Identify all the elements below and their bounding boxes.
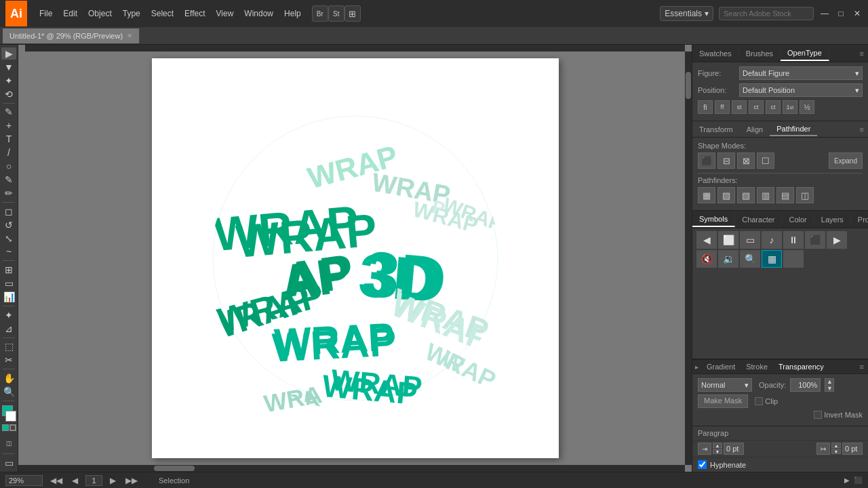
change-screen-mode[interactable]: ▭ — [1, 457, 16, 469]
shape-mode-minus[interactable]: ⊟ — [717, 152, 735, 169]
menu-select[interactable]: Select — [146, 6, 179, 21]
expand-button[interactable]: Expand — [829, 152, 863, 169]
next-page-button[interactable]: ▶▶ — [123, 476, 140, 485]
rectangle-tool[interactable]: ▭ — [1, 277, 16, 289]
scale-tool[interactable]: ⤡ — [1, 232, 16, 245]
menu-file[interactable]: File — [34, 6, 58, 21]
pf-crop[interactable]: ▥ — [757, 187, 774, 203]
iso-up-2[interactable]: ▲ — [831, 443, 841, 448]
artboard-tool[interactable]: ⬚ — [1, 341, 16, 353]
close-button[interactable]: ✕ — [852, 8, 863, 19]
iso-down-1[interactable]: ▼ — [713, 449, 722, 454]
hyphenate-checkbox[interactable] — [698, 460, 707, 469]
hand-tool[interactable]: ✋ — [1, 372, 16, 384]
opacity-increment[interactable]: ▲▼ — [825, 378, 834, 392]
tab-properties[interactable]: Properties — [851, 213, 868, 226]
glyph-st[interactable]: st — [732, 100, 747, 114]
stop-btn[interactable]: ⬛ — [853, 476, 863, 485]
transparency-menu-icon[interactable]: ≡ — [856, 363, 868, 371]
glyph-1st[interactable]: 1st — [783, 100, 797, 114]
eraser-tool[interactable]: ◻ — [1, 205, 16, 218]
tab-character[interactable]: Character — [735, 213, 782, 226]
pen-tool[interactable]: ✎ — [1, 106, 16, 119]
glyph-half[interactable]: ½ — [800, 100, 814, 114]
next-button[interactable]: ▶ — [108, 476, 118, 485]
stroke-indicator[interactable] — [9, 424, 16, 431]
menu-help[interactable]: Help — [279, 6, 307, 21]
iso-btn-2[interactable]: ↦ — [816, 443, 830, 455]
page-input[interactable] — [85, 475, 102, 486]
selection-tool[interactable]: ▶ — [1, 47, 16, 60]
symbol-stop[interactable]: ⬛ — [805, 231, 825, 249]
menu-edit[interactable]: Edit — [58, 6, 83, 21]
iso-input-1[interactable] — [724, 443, 744, 455]
paintbrush-tool[interactable]: ✎ — [1, 174, 16, 186]
symbol-search[interactable]: 🔍 — [740, 250, 760, 268]
symbol-vol-down[interactable]: 🔉 — [718, 250, 738, 268]
tab-align[interactable]: Align — [740, 123, 770, 136]
shape-mode-unite[interactable]: ⬛ — [698, 152, 715, 169]
make-mask-button[interactable]: Make Mask — [698, 394, 748, 408]
type-tool[interactable]: T — [1, 133, 16, 145]
menu-effect[interactable]: Effect — [179, 6, 210, 21]
position-dropdown[interactable]: Default Position ▾ — [739, 83, 863, 97]
glyph-ff[interactable]: ff — [715, 100, 730, 114]
tab-transform[interactable]: Transform — [692, 123, 740, 136]
menu-view[interactable]: View — [211, 6, 239, 21]
graph-tool[interactable]: 📊 — [1, 291, 16, 303]
tab-symbols[interactable]: Symbols — [692, 212, 735, 227]
tab-opentype[interactable]: OpenType — [781, 46, 829, 61]
collapse-icon[interactable]: ▸ — [692, 363, 701, 371]
maximize-button[interactable]: □ — [835, 8, 846, 19]
tab-brushes[interactable]: Brushes — [739, 47, 781, 60]
tab-swatches[interactable]: Swatches — [692, 47, 739, 60]
symbol-mute[interactable]: 🔇 — [696, 250, 717, 268]
menu-window[interactable]: Window — [239, 6, 279, 21]
tab-layers[interactable]: Layers — [814, 213, 851, 226]
warp-tool[interactable]: ~ — [1, 246, 16, 258]
invert-checkbox-box[interactable] — [814, 411, 822, 419]
tab-close-icon[interactable]: ✕ — [127, 32, 132, 39]
horizontal-scrollbar[interactable] — [18, 465, 685, 472]
minimize-button[interactable]: — — [819, 8, 830, 19]
pf-merge[interactable]: ▧ — [737, 187, 755, 203]
canvas-area[interactable]: WRAP WRAP WRAP WRAP 3D AP WRAP WRAP WRAP… — [18, 45, 692, 472]
grid-icon[interactable]: ⊞ — [344, 5, 361, 22]
symbol-screen[interactable]: ▭ — [740, 231, 760, 249]
prev-page-button[interactable]: ◀◀ — [48, 476, 64, 485]
add-anchor-tool[interactable]: + — [1, 119, 16, 131]
play-btn[interactable]: ▶ — [842, 476, 852, 485]
iso-down-2[interactable]: ▼ — [831, 449, 841, 454]
search-stock-input[interactable] — [719, 7, 814, 20]
symbol-music[interactable]: ♪ — [762, 231, 782, 249]
shape-mode-intersect[interactable]: ⊠ — [737, 152, 755, 169]
tab-transparency[interactable]: Transparency — [773, 361, 829, 373]
symbol-blank[interactable] — [783, 250, 804, 268]
vertical-scrollbar[interactable] — [685, 52, 692, 465]
panel-menu-icon[interactable]: ≡ — [856, 49, 868, 58]
symbol-sprayer-tool[interactable]: ✦ — [1, 309, 16, 321]
tab-gradient[interactable]: Gradient — [701, 361, 741, 373]
magic-wand-tool[interactable]: ✦ — [1, 75, 16, 87]
slice-tool[interactable]: ✂ — [1, 354, 16, 366]
invert-mask-checkbox[interactable]: Invert Mask — [814, 411, 863, 419]
column-graph-tool[interactable]: ⊿ — [1, 323, 16, 335]
tab-pathfinder[interactable]: Pathfinder — [770, 123, 817, 136]
shape-mode-exclude[interactable]: ☐ — [757, 152, 774, 169]
blend-mode-dropdown[interactable]: Normal ▾ — [698, 378, 752, 392]
tf-menu-icon[interactable]: ≡ — [856, 125, 868, 134]
iso-btn-1[interactable]: ⇥ — [698, 443, 711, 455]
zoom-input[interactable] — [5, 475, 43, 486]
figure-dropdown[interactable]: Default Figure ▾ — [739, 66, 863, 80]
zoom-tool[interactable]: 🔍 — [1, 386, 16, 398]
rotate-tool[interactable]: ↺ — [1, 219, 16, 231]
clip-checkbox-box[interactable] — [755, 397, 763, 405]
prev-button[interactable]: ◀ — [70, 476, 80, 485]
iso-input-2[interactable] — [842, 443, 863, 455]
opacity-input[interactable] — [790, 378, 821, 392]
background-color[interactable] — [5, 411, 16, 422]
symbol-rewind[interactable]: ◀ — [696, 231, 717, 249]
iso-up-1[interactable]: ▲ — [713, 443, 722, 448]
horizontal-scrollbar-top[interactable] — [25, 45, 685, 52]
tab-color[interactable]: Color — [782, 213, 814, 226]
